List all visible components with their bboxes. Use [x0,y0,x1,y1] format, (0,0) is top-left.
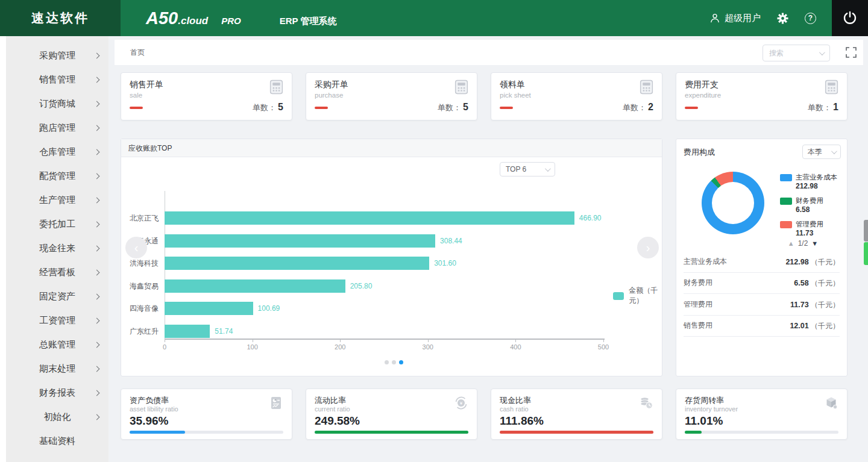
sidebar-item-16[interactable]: 初始化 [6,405,108,429]
bar-value-label: 51.74 [215,325,233,338]
sidebar-item-4[interactable]: 跑店管理 [6,116,108,140]
bar [165,279,345,293]
carousel-dot-3[interactable] [399,360,403,364]
chevron-down-icon [831,148,837,154]
carousel-dots [385,360,403,364]
pager-up-icon[interactable]: ▲ [788,240,794,247]
username: 超级用户 [725,13,761,24]
bar [165,325,210,338]
sidebar-item-3[interactable]: 订货商城 [6,92,108,116]
gear-icon[interactable] [776,12,789,25]
tab-home[interactable]: 首页 [130,40,145,65]
legend-entry: 管理费用11.73 [780,220,837,238]
stat-card-purchase[interactable]: 采购开单 purchase 单数：5 [306,72,477,120]
progress-track [130,431,283,434]
bar-value-label: 205.80 [350,279,373,293]
sidebar-item-14[interactable]: 期末处理 [6,357,108,381]
legend-label: 管理费用 [796,220,823,229]
carousel-prev-button[interactable]: ‹ [125,237,147,258]
stat-card-pick-sheet[interactable]: 领料单 pick sheet 单数：2 [491,72,662,120]
expense-row-label: 主营业务成本 [684,257,727,267]
stat-card-expenditure[interactable]: 费用开支 expenditure 单数：1 [676,72,848,120]
legend-label: 财务费用 [796,196,823,205]
sidebar-item-8[interactable]: 委托加工 [6,212,108,236]
search-select[interactable]: 搜索 [763,45,830,61]
box-icon [823,395,839,411]
carousel-dot-1[interactable] [385,360,389,364]
donut-chart [702,172,764,234]
stat-title: 费用开支 [685,80,719,90]
coins-clock-icon [638,395,654,411]
brand-name: A50 [146,8,178,28]
progress-track [315,431,468,434]
stat-count: 单数：1 [808,102,838,113]
expense-row-label: 财务费用 [684,278,712,288]
chevron-right-icon [94,197,100,203]
sidebar-item-15[interactable]: 财务报表 [6,381,108,405]
stat-count-value: 2 [648,102,653,112]
expense-row-value: 6.58 （千元） [794,277,840,289]
progress-fill [315,431,468,434]
chevron-right-icon [94,342,100,348]
side-widget-gray[interactable] [864,220,868,242]
sidebar-item-2[interactable]: 销售管理 [6,67,108,92]
sidebar-item-10[interactable]: 经营看板 [6,260,108,284]
ratio-card-inventory-turnover[interactable]: 存货周转率 inventory turnover 11.01% [676,389,848,440]
user-menu[interactable]: 超级用户 [709,13,761,24]
help-icon[interactable]: ? [805,13,816,24]
stat-count-value: 5 [278,102,283,112]
logout-button[interactable] [832,0,868,36]
sidebar-item-7[interactable]: 生产管理 [6,188,108,212]
chevron-right-icon [94,125,100,131]
ratio-card-cash-ratio[interactable]: 现金比率 cash ratio 111.86% [491,389,662,440]
stat-count-value: 1 [833,102,838,112]
x-tick-label: 100 [247,343,257,351]
sidebar-item-1[interactable]: 采购管理 [6,43,108,67]
bar [165,302,253,315]
stat-card-sale[interactable]: 销售开单 sale 单数：5 [121,72,292,120]
calculator-icon [453,79,470,95]
stat-title: 领料单 [500,80,525,90]
x-tick-mark [428,340,429,342]
chevron-right-icon [94,414,100,420]
sidebar-item-label: 财务报表 [39,387,75,399]
pager-down-icon[interactable]: ▼ [811,240,818,247]
sidebar-item-6[interactable]: 配货管理 [6,164,108,188]
carousel-dot-2[interactable] [392,360,396,364]
stat-count-value: 5 [463,102,468,112]
sidebar-item-5[interactable]: 仓库管理 [6,140,108,164]
x-axis [165,339,605,340]
red-dash [500,107,513,109]
chevron-right-icon [94,317,100,323]
brand: A50 .cloud PRO ERP 管理系统 [146,8,337,28]
sidebar-item-13[interactable]: 总账管理 [6,332,108,357]
x-tick-mark [165,340,165,342]
sidebar-item-17[interactable]: 基础资料 [6,429,108,453]
ratio-subtitle: inventory turnover [685,405,738,413]
sidebar-item-12[interactable]: 工资管理 [6,308,108,332]
sidebar-item-label: 期末处理 [39,363,75,375]
expense-row-label: 销售费用 [684,320,712,331]
header-actions: 超级用户 ? [709,12,832,25]
sidebar-item-9[interactable]: 现金往来 [6,236,108,260]
legend-value: 11.73 [796,229,837,238]
ratio-value: 111.86% [500,414,544,428]
chevron-right-icon [94,101,100,107]
side-widget-green[interactable] [864,242,868,265]
calculator-icon [823,79,840,95]
app-logo: 速达软件 [0,0,121,36]
search-placeholder: 搜索 [769,48,784,58]
sidebar-item-label: 销售管理 [39,74,75,86]
sidebar-item-11[interactable]: 固定资产 [6,284,108,308]
fullscreen-icon[interactable] [846,47,857,60]
ratio-card-current-ratio[interactable]: 流动比率 current ratio 249.58% ¥ [306,389,477,440]
sidebar-item-label: 订货商城 [39,98,75,110]
expense-row: 销售费用12.01 （千元） [684,316,840,337]
bar-value-label: 100.69 [258,302,280,315]
period-filter-select[interactable]: 本季 [802,145,841,159]
ratio-card-asset-liability[interactable]: 资产负债率 asset libility ratio 35.96% [121,389,292,440]
progress-fill [685,431,702,434]
progress-fill [500,431,653,434]
bar-category-label: 北京正飞 [121,211,159,225]
carousel-next-button[interactable]: › [637,237,659,258]
